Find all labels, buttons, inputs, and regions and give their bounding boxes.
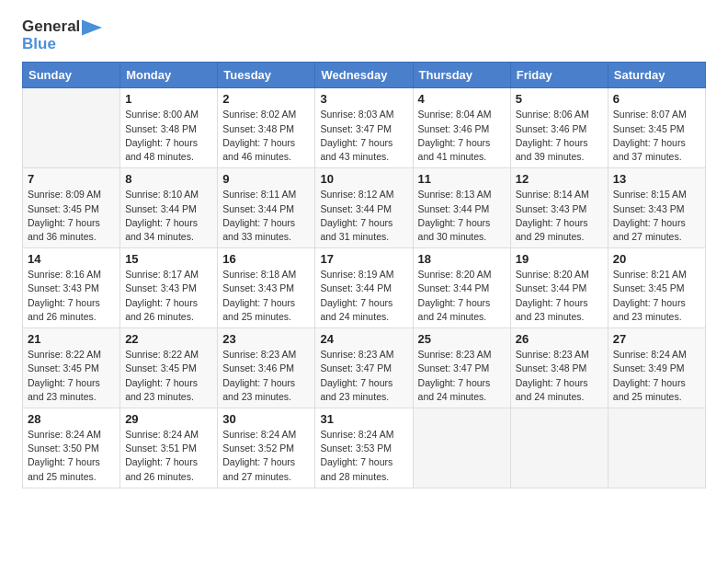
day-of-week-header: Saturday (608, 63, 705, 88)
day-of-week-header: Tuesday (218, 63, 315, 88)
day-number: 10 (320, 172, 407, 186)
day-number: 18 (418, 252, 506, 266)
calendar-week-row: 1Sunrise: 8:00 AM Sunset: 3:48 PM Daylig… (23, 88, 706, 168)
logo-blue: Blue (22, 35, 56, 52)
day-number: 15 (125, 252, 212, 266)
calendar-cell: 30Sunrise: 8:24 AM Sunset: 3:52 PM Dayli… (218, 408, 315, 488)
day-of-week-header: Monday (120, 63, 218, 88)
day-info: Sunrise: 8:18 AM Sunset: 3:43 PM Dayligh… (222, 268, 310, 324)
calendar-cell: 3Sunrise: 8:03 AM Sunset: 3:47 PM Daylig… (315, 88, 413, 168)
day-info: Sunrise: 8:23 AM Sunset: 3:47 PM Dayligh… (320, 348, 407, 404)
day-number: 21 (28, 332, 115, 346)
day-number: 12 (516, 172, 603, 186)
day-number: 2 (222, 92, 310, 106)
calendar-cell: 19Sunrise: 8:20 AM Sunset: 3:44 PM Dayli… (510, 248, 608, 328)
day-number: 4 (418, 92, 506, 106)
day-number: 25 (418, 332, 506, 346)
day-info: Sunrise: 8:17 AM Sunset: 3:43 PM Dayligh… (125, 268, 212, 324)
calendar-cell (413, 408, 510, 488)
day-info: Sunrise: 8:23 AM Sunset: 3:47 PM Dayligh… (418, 348, 506, 404)
day-info: Sunrise: 8:24 AM Sunset: 3:51 PM Dayligh… (125, 428, 212, 484)
day-number: 22 (125, 332, 212, 346)
calendar-cell: 11Sunrise: 8:13 AM Sunset: 3:44 PM Dayli… (413, 168, 510, 248)
day-of-week-header: Thursday (413, 63, 510, 88)
day-info: Sunrise: 8:11 AM Sunset: 3:44 PM Dayligh… (222, 188, 310, 244)
calendar-week-row: 14Sunrise: 8:16 AM Sunset: 3:43 PM Dayli… (23, 248, 706, 328)
day-info: Sunrise: 8:03 AM Sunset: 3:47 PM Dayligh… (320, 108, 407, 164)
calendar-cell (23, 88, 120, 168)
calendar-week-row: 7Sunrise: 8:09 AM Sunset: 3:45 PM Daylig… (23, 168, 706, 248)
day-number: 8 (125, 172, 212, 186)
day-number: 9 (222, 172, 310, 186)
day-info: Sunrise: 8:22 AM Sunset: 3:45 PM Dayligh… (125, 348, 212, 404)
day-info: Sunrise: 8:24 AM Sunset: 3:53 PM Dayligh… (320, 428, 407, 484)
day-number: 13 (613, 172, 700, 186)
day-number: 28 (28, 412, 115, 426)
calendar-cell: 28Sunrise: 8:24 AM Sunset: 3:50 PM Dayli… (23, 408, 120, 488)
calendar-cell: 8Sunrise: 8:10 AM Sunset: 3:44 PM Daylig… (120, 168, 218, 248)
day-info: Sunrise: 8:22 AM Sunset: 3:45 PM Dayligh… (28, 348, 115, 404)
calendar-cell: 31Sunrise: 8:24 AM Sunset: 3:53 PM Dayli… (315, 408, 413, 488)
day-number: 27 (613, 332, 700, 346)
calendar-cell: 25Sunrise: 8:23 AM Sunset: 3:47 PM Dayli… (413, 328, 510, 408)
day-of-week-header: Friday (510, 63, 608, 88)
calendar-cell: 27Sunrise: 8:24 AM Sunset: 3:49 PM Dayli… (608, 328, 705, 408)
calendar-cell: 7Sunrise: 8:09 AM Sunset: 3:45 PM Daylig… (23, 168, 120, 248)
day-info: Sunrise: 8:20 AM Sunset: 3:44 PM Dayligh… (418, 268, 506, 324)
day-info: Sunrise: 8:00 AM Sunset: 3:48 PM Dayligh… (125, 108, 212, 164)
calendar-cell: 9Sunrise: 8:11 AM Sunset: 3:44 PM Daylig… (218, 168, 315, 248)
day-number: 6 (613, 92, 700, 106)
day-number: 3 (320, 92, 407, 106)
day-info: Sunrise: 8:20 AM Sunset: 3:44 PM Dayligh… (516, 268, 603, 324)
day-of-week-header: Sunday (23, 63, 120, 88)
calendar-cell: 17Sunrise: 8:19 AM Sunset: 3:44 PM Dayli… (315, 248, 413, 328)
calendar-cell: 12Sunrise: 8:14 AM Sunset: 3:43 PM Dayli… (510, 168, 608, 248)
day-info: Sunrise: 8:10 AM Sunset: 3:44 PM Dayligh… (125, 188, 212, 244)
calendar-cell: 24Sunrise: 8:23 AM Sunset: 3:47 PM Dayli… (315, 328, 413, 408)
logo: General Blue (22, 18, 102, 52)
calendar-header-row: SundayMondayTuesdayWednesdayThursdayFrid… (23, 63, 706, 88)
day-info: Sunrise: 8:04 AM Sunset: 3:46 PM Dayligh… (418, 108, 506, 164)
calendar-cell: 15Sunrise: 8:17 AM Sunset: 3:43 PM Dayli… (120, 248, 218, 328)
day-number: 17 (320, 252, 407, 266)
calendar-cell: 18Sunrise: 8:20 AM Sunset: 3:44 PM Dayli… (413, 248, 510, 328)
day-info: Sunrise: 8:21 AM Sunset: 3:45 PM Dayligh… (613, 268, 700, 324)
calendar-cell: 16Sunrise: 8:18 AM Sunset: 3:43 PM Dayli… (218, 248, 315, 328)
calendar-cell: 21Sunrise: 8:22 AM Sunset: 3:45 PM Dayli… (23, 328, 120, 408)
calendar-table: SundayMondayTuesdayWednesdayThursdayFrid… (22, 62, 706, 488)
day-info: Sunrise: 8:19 AM Sunset: 3:44 PM Dayligh… (320, 268, 407, 324)
day-number: 19 (516, 252, 603, 266)
calendar-cell: 22Sunrise: 8:22 AM Sunset: 3:45 PM Dayli… (120, 328, 218, 408)
calendar-cell: 2Sunrise: 8:02 AM Sunset: 3:48 PM Daylig… (218, 88, 315, 168)
day-info: Sunrise: 8:06 AM Sunset: 3:46 PM Dayligh… (516, 108, 603, 164)
calendar-cell (608, 408, 705, 488)
calendar-cell: 26Sunrise: 8:23 AM Sunset: 3:48 PM Dayli… (510, 328, 608, 408)
header: General Blue (22, 18, 706, 52)
day-info: Sunrise: 8:24 AM Sunset: 3:49 PM Dayligh… (613, 348, 700, 404)
day-info: Sunrise: 8:16 AM Sunset: 3:43 PM Dayligh… (28, 268, 115, 324)
calendar-week-row: 28Sunrise: 8:24 AM Sunset: 3:50 PM Dayli… (23, 408, 706, 488)
calendar-week-row: 21Sunrise: 8:22 AM Sunset: 3:45 PM Dayli… (23, 328, 706, 408)
day-info: Sunrise: 8:14 AM Sunset: 3:43 PM Dayligh… (516, 188, 603, 244)
day-number: 24 (320, 332, 407, 346)
logo-general: General (22, 17, 80, 35)
calendar-cell: 20Sunrise: 8:21 AM Sunset: 3:45 PM Dayli… (608, 248, 705, 328)
day-number: 11 (418, 172, 506, 186)
day-number: 30 (222, 412, 310, 426)
day-info: Sunrise: 8:07 AM Sunset: 3:45 PM Dayligh… (613, 108, 700, 164)
day-info: Sunrise: 8:09 AM Sunset: 3:45 PM Dayligh… (28, 188, 115, 244)
day-number: 1 (125, 92, 212, 106)
calendar-cell: 4Sunrise: 8:04 AM Sunset: 3:46 PM Daylig… (413, 88, 510, 168)
day-number: 16 (222, 252, 310, 266)
day-info: Sunrise: 8:24 AM Sunset: 3:52 PM Dayligh… (222, 428, 310, 484)
calendar-cell: 6Sunrise: 8:07 AM Sunset: 3:45 PM Daylig… (608, 88, 705, 168)
day-info: Sunrise: 8:23 AM Sunset: 3:46 PM Dayligh… (222, 348, 310, 404)
day-number: 29 (125, 412, 212, 426)
day-number: 5 (516, 92, 603, 106)
day-number: 26 (516, 332, 603, 346)
day-info: Sunrise: 8:12 AM Sunset: 3:44 PM Dayligh… (320, 188, 407, 244)
calendar-cell (510, 408, 608, 488)
svg-marker-0 (82, 19, 102, 35)
day-info: Sunrise: 8:23 AM Sunset: 3:48 PM Dayligh… (516, 348, 603, 404)
day-number: 23 (222, 332, 310, 346)
